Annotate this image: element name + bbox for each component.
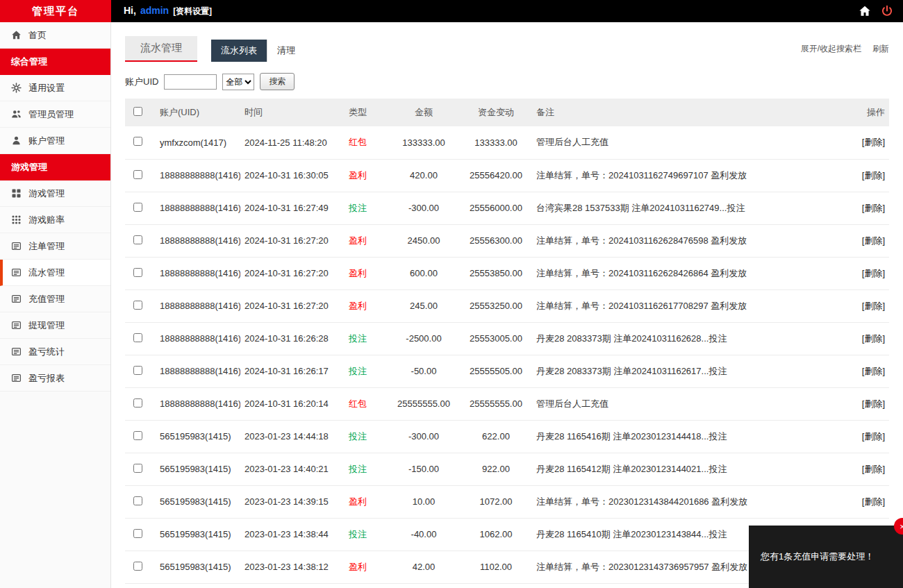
- home-icon: [11, 30, 22, 40]
- table-row: 565195983(1415) 2023-01-23 14:39:15 盈利 1…: [125, 485, 889, 518]
- sidebar-item[interactable]: 管理员管理: [0, 101, 110, 128]
- row-checkbox[interactable]: [133, 235, 142, 244]
- sidebar-item[interactable]: 游戏赔率: [0, 207, 110, 233]
- delete-link[interactable]: [删除]: [862, 333, 885, 344]
- sidebar-item-label: 首页: [28, 29, 47, 42]
- cell-remark: 丹麦28 2083373期 注单20241031162628...投注: [532, 322, 834, 355]
- sidebar-item-label: 提现管理: [28, 319, 65, 332]
- cell-remark: 丹麦28 2083373期 注单20241031162617...投注: [532, 355, 834, 387]
- type-select[interactable]: 全部: [222, 74, 254, 90]
- notification-badge[interactable]: ×: [894, 518, 903, 535]
- col-header-action: 操作: [834, 99, 889, 126]
- cell-type: 投注: [345, 453, 388, 485]
- cell-time: 2023-01-23 14:44:18: [240, 420, 345, 453]
- username: admin: [140, 5, 169, 16]
- cell-account: ymfxzcom(1417): [156, 126, 240, 159]
- recharge-notification[interactable]: 您有1条充值申请需要处理！ ×: [749, 526, 903, 588]
- grid-icon: [11, 188, 22, 199]
- cell-change: 1062.00: [460, 518, 532, 551]
- cell-change: 25553005.00: [460, 322, 532, 355]
- cell-amount: 25555555.00: [388, 387, 460, 420]
- select-all-checkbox[interactable]: [133, 107, 142, 116]
- sidebar-item[interactable]: 首页: [0, 22, 110, 49]
- row-checkbox[interactable]: [133, 333, 142, 342]
- row-checkbox[interactable]: [133, 170, 142, 179]
- sidebar-item[interactable]: 提现管理: [0, 312, 110, 339]
- cell-amount: -50.00: [388, 355, 460, 387]
- row-checkbox[interactable]: [133, 464, 142, 473]
- cell-account: 18888888888(1416): [156, 159, 240, 192]
- page-title: 流水管理: [125, 36, 197, 62]
- cell-account: 565195983(1415): [156, 518, 240, 551]
- home-icon[interactable]: [859, 5, 871, 17]
- delete-link[interactable]: [删除]: [862, 203, 885, 213]
- row-checkbox[interactable]: [133, 562, 142, 571]
- sidebar-item[interactable]: 通用设置: [0, 75, 110, 101]
- delete-link[interactable]: [删除]: [862, 170, 885, 180]
- toggle-search-link[interactable]: 展开/收起搜索栏: [801, 43, 861, 55]
- sidebar-nav: 首页综合管理通用设置管理员管理账户管理游戏管理游戏管理游戏赔率注单管理流水管理充…: [0, 22, 110, 392]
- row-checkbox[interactable]: [133, 496, 142, 505]
- row-checkbox[interactable]: [133, 268, 142, 277]
- content-header: 流水管理 流水列表 清理 展开/收起搜索栏 刷新: [111, 22, 903, 62]
- uid-label: 账户UID: [125, 76, 158, 88]
- sidebar-item[interactable]: 账户管理: [0, 128, 110, 154]
- search-bar: 账户UID 全部 搜索: [111, 62, 903, 99]
- power-icon[interactable]: [881, 5, 893, 17]
- delete-link[interactable]: [删除]: [862, 235, 885, 246]
- delete-link[interactable]: [删除]: [862, 398, 885, 409]
- sidebar-item-label: 流水管理: [28, 267, 65, 279]
- sidebar-item[interactable]: 盈亏报表: [0, 365, 110, 392]
- table-row: 18888888888(1416) 2024-10-31 16:27:20 盈利…: [125, 289, 889, 322]
- card-icon: [11, 267, 22, 278]
- row-checkbox[interactable]: [133, 398, 142, 408]
- sidebar-item[interactable]: 注单管理: [0, 233, 110, 260]
- sidebar-item[interactable]: 游戏管理: [0, 180, 110, 207]
- row-checkbox[interactable]: [133, 529, 142, 538]
- card-icon: [11, 320, 22, 330]
- cell-time: 2024-10-31 16:27:20: [240, 289, 345, 322]
- main-content: 流水管理 流水列表 清理 展开/收起搜索栏 刷新 账户UID 全部 搜索 账户(…: [111, 22, 903, 588]
- cell-type: 投注: [345, 420, 388, 453]
- sidebar-item[interactable]: 流水管理: [0, 260, 110, 286]
- uid-input[interactable]: [164, 74, 217, 90]
- cell-time: 2024-11-25 11:48:20: [240, 126, 345, 159]
- delete-link[interactable]: [删除]: [862, 464, 885, 474]
- cell-amount: 245.00: [388, 289, 460, 322]
- delete-link[interactable]: [删除]: [862, 137, 885, 147]
- select-all-cell: [125, 99, 156, 126]
- cell-amount: -300.00: [388, 192, 460, 224]
- greeting: Hi, admin [资料设置]: [124, 5, 212, 17]
- row-checkbox[interactable]: [133, 137, 142, 146]
- row-checkbox[interactable]: [133, 431, 142, 440]
- cell-amount: 133333.00: [388, 126, 460, 159]
- cell-remark: 丹麦28 1165412期 注单20230123144021...投注: [532, 453, 834, 485]
- cell-time: 2023-01-23 14:39:15: [240, 485, 345, 518]
- cell-amount: -40.00: [388, 518, 460, 551]
- delete-link[interactable]: [删除]: [862, 366, 885, 376]
- delete-link[interactable]: [删除]: [862, 268, 885, 278]
- tab-flow-list[interactable]: 流水列表: [211, 40, 267, 62]
- cell-amount: -300.00: [388, 420, 460, 453]
- row-checkbox[interactable]: [133, 203, 142, 212]
- delete-link[interactable]: [删除]: [862, 431, 885, 442]
- sidebar-item[interactable]: 盈亏统计: [0, 339, 110, 365]
- sidebar-item[interactable]: 充值管理: [0, 286, 110, 312]
- row-checkbox[interactable]: [133, 301, 142, 310]
- table-row: 18888888888(1416) 2024-10-31 16:26:17 投注…: [125, 355, 889, 387]
- delete-link[interactable]: [删除]: [862, 301, 885, 311]
- cell-change: 25553850.00: [460, 257, 532, 289]
- profile-settings-link[interactable]: [资料设置]: [173, 6, 212, 17]
- tab-clean[interactable]: 清理: [267, 40, 305, 62]
- cell-amount: 420.00: [388, 159, 460, 192]
- sidebar-item-label: 盈亏报表: [28, 372, 65, 385]
- cell-account: 18888888888(1416): [156, 387, 240, 420]
- row-checkbox[interactable]: [133, 366, 142, 375]
- search-button[interactable]: 搜索: [260, 73, 295, 90]
- cell-type: 盈利: [345, 224, 388, 257]
- cell-change: 922.00: [460, 453, 532, 485]
- cell-change: 1102.00: [460, 551, 532, 583]
- delete-link[interactable]: [删除]: [862, 496, 885, 507]
- refresh-link[interactable]: 刷新: [872, 43, 889, 55]
- cell-change: 25556300.00: [460, 224, 532, 257]
